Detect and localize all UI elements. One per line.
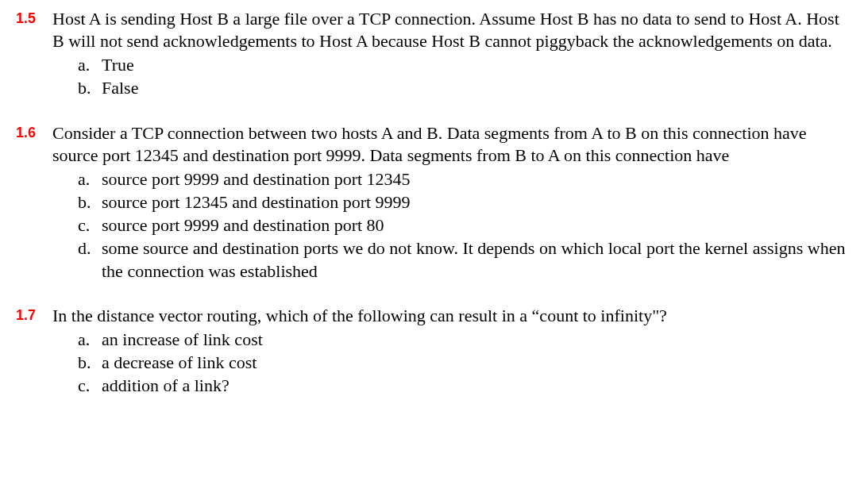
option-item: b. source port 12345 and destination por… [78,191,852,214]
option-item: c. addition of a link? [78,375,852,397]
option-item: a. source port 9999 and destination port… [78,168,852,190]
question-text: In the distance vector routing, which of… [52,305,852,327]
option-letter: a. [78,329,102,351]
question-content: Host A is sending Host B a large file ov… [52,8,852,100]
option-text: True [102,54,852,76]
question-number: 1.6 [16,122,52,283]
option-letter: c. [78,375,102,397]
options-list: a. source port 9999 and destination port… [52,168,852,283]
option-text: addition of a link? [102,375,852,397]
option-text: source port 12345 and destination port 9… [102,191,852,214]
option-text: some source and destination ports we do … [102,237,852,282]
option-text: source port 9999 and destination port 80 [102,214,852,237]
options-list: a. True b. False [52,54,852,99]
question-content: In the distance vector routing, which of… [52,305,852,398]
option-item: a. an increase of link cost [78,329,852,351]
option-item: d. some source and destination ports we … [78,237,852,282]
question-block: 1.7 In the distance vector routing, whic… [16,305,852,398]
option-text: False [102,77,852,99]
option-letter: b. [78,191,102,214]
options-list: a. an increase of link cost b. a decreas… [52,329,852,397]
question-text: Host A is sending Host B a large file ov… [52,8,852,52]
option-item: b. a decrease of link cost [78,352,852,374]
question-block: 1.5 Host A is sending Host B a large fil… [16,8,852,100]
option-letter: a. [78,168,102,190]
question-number: 1.7 [16,305,52,398]
question-number: 1.5 [16,8,52,100]
option-letter: b. [78,352,102,374]
option-text: source port 9999 and destination port 12… [102,168,852,190]
option-letter: a. [78,54,102,76]
option-item: b. False [78,77,852,99]
option-item: c. source port 9999 and destination port… [78,214,852,237]
option-text: an increase of link cost [102,329,852,351]
question-content: Consider a TCP connection between two ho… [52,122,852,283]
question-block: 1.6 Consider a TCP connection between tw… [16,122,852,283]
option-letter: d. [78,237,102,282]
option-item: a. True [78,54,852,76]
option-text: a decrease of link cost [102,352,852,374]
option-letter: c. [78,214,102,237]
question-text: Consider a TCP connection between two ho… [52,122,852,167]
option-letter: b. [78,77,102,99]
